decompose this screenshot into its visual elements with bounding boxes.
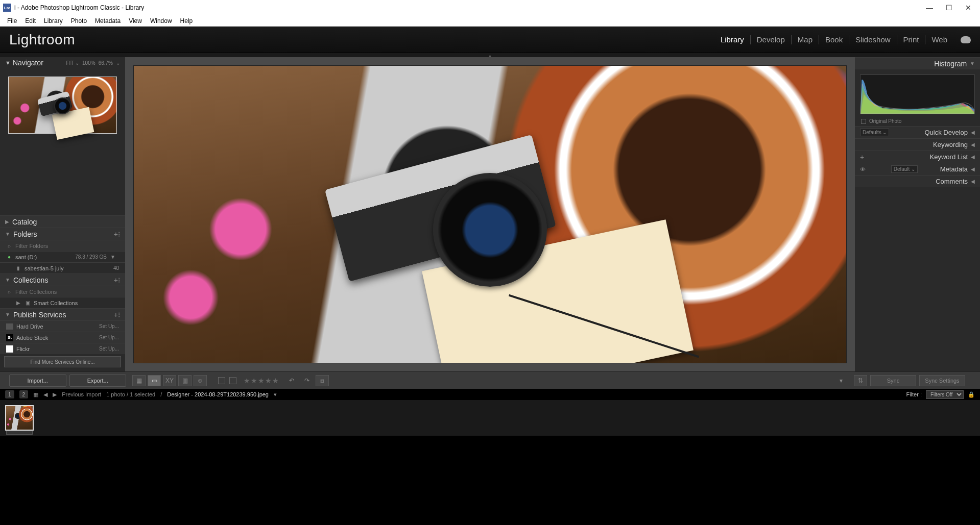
navigator-collapse-icon[interactable]: ▼ [5, 60, 11, 66]
people-view-button[interactable]: ☺ [194, 375, 207, 386]
grid-mode-icon[interactable]: ▦ [33, 391, 38, 398]
navigator-zoom-66[interactable]: 66.7% [99, 60, 113, 66]
module-print[interactable]: Print [897, 35, 925, 44]
catalog-panel-header[interactable]: ▶ Catalog [0, 215, 125, 228]
module-library[interactable]: Library [714, 35, 750, 44]
face-region-button[interactable]: ⧈ [316, 375, 329, 386]
sync-settings-button[interactable]: Sync Settings [919, 375, 965, 386]
sync-toggle-icon[interactable]: ⇅ [854, 375, 867, 386]
star-4-icon[interactable]: ★ [265, 377, 272, 385]
sync-button[interactable]: Sync [870, 375, 916, 386]
navigator-fit[interactable]: FIT ⌄ [66, 60, 79, 66]
import-button[interactable]: Import... [9, 374, 66, 387]
drive-row[interactable]: ● sant (D:) 78.3 / 293 GB ▼ [0, 251, 125, 262]
histogram-display[interactable] [860, 74, 975, 114]
smart-collections-row[interactable]: ▶ ▣ Smart Collections [0, 297, 125, 308]
rotate-cw-button[interactable]: ↷ [300, 375, 314, 386]
histogram-panel-header[interactable]: Histogram ▼ [855, 57, 980, 69]
flag-pick-icon[interactable] [218, 377, 225, 384]
publish-panel-header[interactable]: ▼ Publish Services +⁝ [0, 308, 125, 320]
publish-flickr-setup[interactable]: Set Up... [99, 346, 119, 352]
maximize-button[interactable]: ☐ [945, 4, 952, 11]
collections-add-icon[interactable]: +⁝ [114, 276, 120, 284]
flag-reject-icon[interactable] [229, 377, 236, 384]
quick-develop-header[interactable]: Defaults ⌄ Quick Develop ◀ [855, 126, 980, 138]
menu-metadata[interactable]: Metadata [91, 17, 125, 24]
module-map[interactable]: Map [791, 35, 819, 44]
source-label[interactable]: Previous Import [62, 391, 101, 397]
keyword-list-header[interactable]: + Keyword List ◀ [855, 151, 980, 163]
navigator-thumbnail[interactable] [8, 77, 117, 134]
menu-help[interactable]: Help [176, 17, 197, 24]
star-5-icon[interactable]: ★ [272, 377, 279, 385]
module-slideshow[interactable]: Slideshow [849, 35, 896, 44]
loupe-view[interactable] [125, 57, 855, 371]
second-window-indicator[interactable]: 2 [19, 390, 29, 398]
menu-edit[interactable]: Edit [21, 17, 40, 24]
filmstrip[interactable] [0, 400, 980, 436]
filter-select[interactable]: Filters Off [926, 390, 964, 399]
filter-collections-row[interactable]: ⌕ [0, 286, 125, 297]
publish-flickr[interactable]: Flickr Set Up... [0, 343, 125, 354]
star-1-icon[interactable]: ★ [244, 377, 250, 385]
publish-harddrive-setup[interactable]: Set Up... [99, 323, 119, 329]
catalog-label: Catalog [12, 218, 37, 226]
module-book[interactable]: Book [819, 35, 849, 44]
module-develop[interactable]: Develop [750, 35, 791, 44]
nav-back-icon[interactable]: ◀ [43, 391, 47, 398]
publish-adobestock[interactable]: St Adobe Stock Set Up... [0, 332, 125, 343]
survey-view-button[interactable]: ▥ [178, 375, 192, 386]
folder-row[interactable]: ▮ sabestian-5 july 40 [0, 262, 125, 273]
quick-develop-preset-select[interactable]: Defaults ⌄ [860, 129, 889, 136]
rotate-ccw-button[interactable]: ↶ [285, 375, 298, 386]
top-panel-grabber[interactable] [0, 53, 980, 57]
minimize-button[interactable]: — [926, 4, 933, 11]
nav-forward-icon[interactable]: ▶ [53, 391, 57, 398]
toolbar-dropdown-icon[interactable]: ▾ [834, 375, 848, 386]
publish-harddrive[interactable]: Hard Drive Set Up... [0, 320, 125, 332]
close-button[interactable]: ✕ [965, 4, 972, 11]
filter-lock-icon[interactable]: 🔒 [968, 391, 975, 398]
collections-panel-header[interactable]: ▼ Collections +⁝ [0, 273, 125, 286]
original-photo-row[interactable]: Original Photo [855, 116, 980, 126]
grid-view-button[interactable]: ▦ [132, 375, 146, 386]
filmstrip-thumbnail[interactable] [5, 405, 34, 431]
star-3-icon[interactable]: ★ [258, 377, 265, 385]
keyword-list-add-icon[interactable]: + [860, 153, 864, 161]
menu-view[interactable]: View [125, 17, 146, 24]
folders-panel-header[interactable]: ▼ Folders +⁝ [0, 228, 125, 240]
menu-photo[interactable]: Photo [67, 17, 91, 24]
metadata-header[interactable]: 👁 Default ⌄ Metadata ◀ [855, 163, 980, 175]
filter-folders-input[interactable] [15, 243, 119, 249]
filter-collections-input[interactable] [15, 289, 119, 295]
metadata-preset-select[interactable]: Default ⌄ [891, 165, 918, 173]
publish-adobestock-setup[interactable]: Set Up... [99, 335, 119, 340]
loupe-view-button[interactable]: ▭ [148, 375, 161, 386]
module-web[interactable]: Web [925, 35, 953, 44]
export-button[interactable]: Export... [69, 374, 127, 387]
find-more-services-button[interactable]: Find More Services Online... [4, 356, 121, 367]
expand-icon[interactable]: ▶ [15, 300, 21, 306]
cloud-sync-icon[interactable] [961, 36, 971, 43]
navigator-zoom-100[interactable]: 100% [82, 60, 95, 66]
filename-dropdown-icon[interactable]: ▾ [274, 391, 277, 398]
publish-add-icon[interactable]: +⁝ [114, 311, 120, 319]
drive-collapse-icon[interactable]: ▼ [110, 254, 116, 260]
star-2-icon[interactable]: ★ [251, 377, 257, 385]
navigator-zoom-dropdown-icon[interactable]: ⌄ [116, 60, 120, 66]
menu-window[interactable]: Window [146, 17, 176, 24]
menu-file[interactable]: File [3, 17, 21, 24]
rating-stars[interactable]: ★ ★ ★ ★ ★ [244, 377, 279, 385]
main-window-indicator[interactable]: 1 [5, 390, 14, 398]
keywording-header[interactable]: Keywording ◀ [855, 138, 980, 151]
folders-add-icon[interactable]: +⁝ [114, 230, 120, 238]
main-image-preview[interactable] [133, 65, 847, 363]
menu-library[interactable]: Library [40, 17, 67, 24]
metadata-eye-icon[interactable]: 👁 [860, 166, 866, 172]
compare-view-button[interactable]: XY [163, 375, 176, 386]
comments-header[interactable]: Comments ◀ [855, 175, 980, 187]
harddrive-icon [6, 323, 13, 330]
menu-bar: File Edit Library Photo Metadata View Wi… [0, 15, 980, 27]
original-photo-checkbox[interactable] [861, 119, 866, 124]
filter-folders-row[interactable]: ⌕ [0, 240, 125, 251]
